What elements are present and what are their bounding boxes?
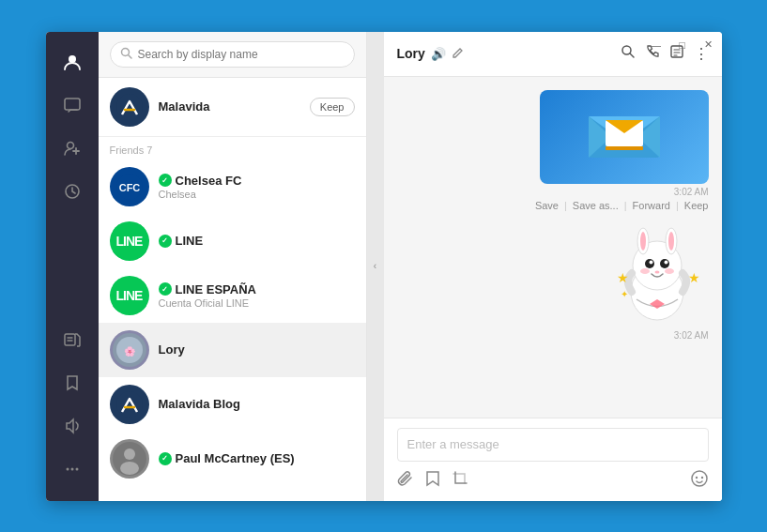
keep-action[interactable]: Keep [684,200,709,211]
chelsea-sub: Chelsea [159,189,355,200]
svg-point-48 [665,268,674,274]
malavida-name: Malavida [159,99,300,114]
svg-point-11 [75,467,78,470]
sidebar-item-speaker[interactable] [54,407,91,445]
official-badge-line-espana: ✓ [159,282,172,296]
svg-text:★: ★ [617,270,629,285]
malavida-blog-name: Malavida Blog [159,397,355,411]
save-as-action[interactable]: Save as... [573,200,619,211]
sidebar-item-chats[interactable] [54,86,91,124]
attachment-icon[interactable] [397,470,414,491]
line-logo: LINE [113,224,146,258]
paul-info: ✓ Paul McCartney (ES) [159,451,355,465]
svg-point-55 [700,476,702,478]
avatar-lory: 🌸 [110,330,149,370]
message-input[interactable] [397,428,709,462]
svg-rect-36 [606,146,643,150]
chat-input-area [384,418,722,501]
edit-icon[interactable] [452,46,465,62]
svg-line-13 [128,54,131,58]
chat-panel: — □ ✕ Lory 🔊 [384,32,722,501]
envelope-image [540,90,709,184]
svg-point-20 [116,391,143,418]
svg-text:CFC: CFC [118,182,140,193]
contact-item-malavida-blog[interactable]: Malavida Blog [99,377,366,432]
contact-item-line-espana[interactable]: LINE ✓ LINE ESPAÑA Cuenta Oficial LINE [99,268,366,323]
cony-sticker: ★ ★ ✦ [606,224,709,327]
svg-point-10 [70,467,73,470]
svg-point-45 [649,260,652,264]
sidebar-item-history[interactable] [54,173,91,210]
svg-text:★: ★ [688,270,700,285]
svg-point-2 [67,142,73,148]
avatar-paul [110,439,149,479]
svg-rect-1 [65,99,80,110]
contact-item-chelsea[interactable]: CFC ✓ Chelsea FC Chelsea [99,160,366,214]
bookmark-input-icon[interactable] [425,470,440,491]
sidebar-item-profile[interactable] [54,43,91,81]
svg-point-54 [695,476,697,478]
avatar-malavida [110,87,149,127]
search-icon [120,47,132,62]
crop-icon[interactable] [452,470,468,491]
save-action[interactable]: Save [535,200,559,211]
avatar-malavida-blog [110,385,149,424]
sidebar-item-more[interactable] [54,450,91,488]
contact-list: CFC ✓ Chelsea FC Chelsea LINE [99,160,366,501]
search-chat-icon[interactable] [621,44,636,63]
toolbar-left [397,470,677,491]
line-espana-logo: LINE [113,279,146,312]
sidebar-nav [46,32,99,501]
message-time-2: 3:02 AM [674,330,709,341]
line-name: ✓ LINE [159,234,355,248]
lory-info: Lory [159,342,355,357]
friends-label: Friends 7 [99,137,366,160]
malavida-header-item[interactable]: Malavida Keep [99,78,366,137]
app-window: Malavida Keep Friends 7 CFC ✓ Chelsea FC [46,32,722,501]
svg-point-53 [692,471,707,486]
line-espana-sub: Cuenta Oficial LINE [159,297,355,309]
envelope-message: 3:02 AM Save | Save as... | Forward | Ke… [397,90,709,211]
svg-point-42 [668,232,674,251]
malavida-blog-info: Malavida Blog [159,397,355,411]
avatar-line-espana: LINE [110,276,149,315]
svg-point-46 [664,260,667,264]
svg-point-41 [640,232,646,251]
svg-point-44 [660,259,669,268]
contact-item-paul[interactable]: ✓ Paul McCartney (ES) [99,432,366,486]
message-actions: Save | Save as... | Forward | Keep [535,200,709,211]
sidebar-item-add-friend[interactable] [54,129,91,167]
mute-icon[interactable]: 🔊 [431,47,446,61]
official-badge-line: ✓ [159,235,172,248]
svg-point-23 [120,462,139,475]
avatar-chelsea: CFC [110,167,149,206]
svg-point-0 [69,55,76,63]
svg-point-49 [654,270,659,273]
maximize-button[interactable]: □ [669,32,696,58]
contact-item-lory[interactable]: 🌸 Lory [99,323,366,377]
svg-point-22 [124,448,135,460]
sticker-message: ★ ★ ✦ 3:02 AM [397,224,709,341]
svg-point-9 [66,467,69,470]
line-espana-name: ✓ LINE ESPAÑA [159,282,355,296]
chat-title: Lory 🔊 [397,46,615,62]
collapse-panel-button[interactable]: ‹ [367,32,384,501]
sidebar-item-sticker[interactable] [54,321,91,358]
search-input-wrap[interactable] [110,41,355,68]
sidebar-item-bookmark[interactable] [54,364,91,402]
forward-action[interactable]: Forward [633,200,670,211]
svg-point-14 [116,94,143,120]
official-badge-chelsea: ✓ [159,174,172,187]
svg-text:🌸: 🌸 [124,345,136,357]
search-bar [99,32,366,78]
keep-button[interactable]: Keep [310,98,355,116]
contact-item-line[interactable]: LINE ✓ LINE [99,214,366,268]
emoji-icon[interactable] [690,469,709,492]
minimize-button[interactable]: — [643,32,669,58]
close-button[interactable]: ✕ [696,32,722,58]
svg-line-25 [630,53,634,57]
svg-point-47 [640,268,650,274]
message-time-1: 3:02 AM [674,187,709,197]
svg-text:✦: ✦ [621,289,628,299]
search-input[interactable] [138,48,345,61]
